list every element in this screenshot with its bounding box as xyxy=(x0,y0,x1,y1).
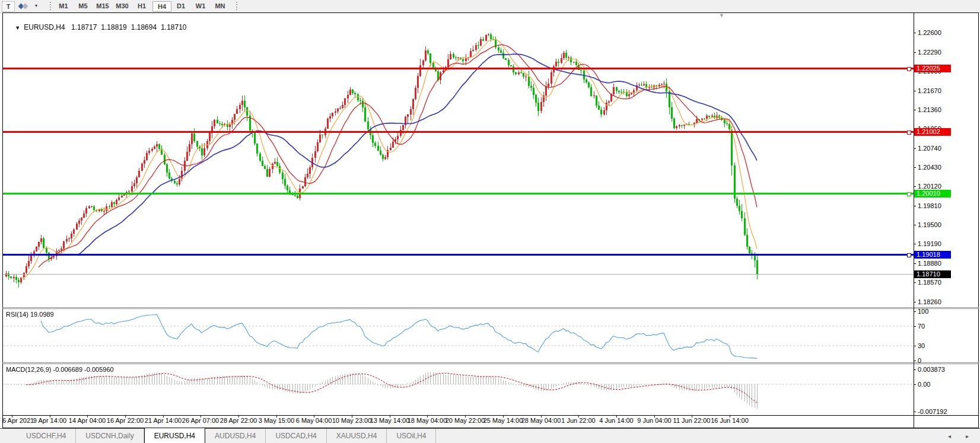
toolbar-grip[interactable] xyxy=(50,2,52,10)
time-axis-label: 21 Apr 14:00 xyxy=(145,417,182,424)
time-axis-label: 6 May 04:00 xyxy=(296,417,332,424)
level-price-label: 1.21002 xyxy=(914,128,951,136)
panel-splitter[interactable] xyxy=(2,362,979,363)
mt4-terminal: T ▾ M1M5M15M30H1H4D1W1MN ▼EURUSD,H4 1.18… xyxy=(0,0,980,443)
time-axis-label: 26 Apr 07:00 xyxy=(182,417,219,424)
price-tick xyxy=(914,282,916,283)
level-price-label: 1.22025 xyxy=(914,65,951,72)
rsi-tick xyxy=(914,361,916,361)
rsi-tick-label: 0 xyxy=(918,357,921,365)
price-tick xyxy=(914,186,916,187)
price-tick-label: 1.22600 xyxy=(918,29,941,37)
level-price-label: 1.19018 xyxy=(914,251,951,259)
toolbar: T ▾ M1M5M15M30H1H4D1W1MN xyxy=(0,0,980,13)
symbol-tab-eurusd[interactable]: EURUSD,H4 xyxy=(144,428,205,443)
timeframe-button-h4[interactable]: H4 xyxy=(152,1,171,12)
price-chart-canvas[interactable] xyxy=(3,13,914,307)
price-tick-label: 1.19190 xyxy=(918,240,941,248)
rsi-tick xyxy=(914,346,916,346)
tab-scroll-left-icon[interactable]: ◂ xyxy=(948,433,951,439)
level-price-label: 1.20010 xyxy=(914,190,951,197)
text-tool-button[interactable]: T xyxy=(2,1,15,12)
high-value: 1.18819 xyxy=(101,23,126,31)
timeframe-button-h1[interactable]: H1 xyxy=(133,1,151,11)
toolbar-grip[interactable] xyxy=(236,2,238,10)
price-tick-label: 1.18570 xyxy=(918,279,941,286)
symbol-label: EURUSD,H4 xyxy=(24,23,65,31)
symbol-tab-usdchf[interactable]: USDCHF,H4 xyxy=(17,429,76,443)
time-axis-label: 28 Apr 22:00 xyxy=(220,417,257,424)
price-tick-label: 1.20740 xyxy=(918,145,941,152)
horizontal-level-line[interactable] xyxy=(3,131,914,133)
rsi-tick-label: 100 xyxy=(918,308,928,315)
price-tick-label: 1.18880 xyxy=(918,260,941,267)
macd-tick xyxy=(914,384,916,385)
chevron-down-icon[interactable]: ▾ xyxy=(33,1,40,11)
price-tick xyxy=(914,33,916,33)
price-tick xyxy=(914,91,916,91)
panel-splitter[interactable] xyxy=(2,307,979,308)
macd-label: MACD(12,26,9) -0.006689 -0.005960 xyxy=(6,366,114,373)
time-axis-label: 20 May 22:00 xyxy=(446,417,485,424)
rsi-panel-canvas[interactable] xyxy=(3,309,914,362)
time-axis-label: 9 Apr 14:00 xyxy=(33,417,66,424)
price-tick-label: 1.22290 xyxy=(918,49,941,56)
time-axis-label: 25 May 14:00 xyxy=(483,417,523,424)
timeframe-button-w1[interactable]: W1 xyxy=(192,1,209,11)
time-axis-line xyxy=(2,415,979,416)
timeframe-button-m1[interactable]: M1 xyxy=(55,1,72,11)
price-tick xyxy=(914,302,916,302)
time-axis-label: 16 Apr 22:00 xyxy=(107,417,144,424)
symbol-tab-usdcnh[interactable]: USDCNH,Daily xyxy=(76,429,144,443)
rsi-tick xyxy=(914,311,916,312)
current-price-line xyxy=(3,274,914,275)
rsi-tick-label: 70 xyxy=(918,323,925,330)
timeframe-button-m5[interactable]: M5 xyxy=(74,1,92,11)
diamond-icon xyxy=(23,4,28,9)
time-axis-label: 9 Jun 04:00 xyxy=(637,417,672,424)
time-axis-label: 28 May 04:00 xyxy=(521,417,561,424)
price-tick xyxy=(914,263,916,264)
timeframe-button-mn[interactable]: MN xyxy=(211,1,229,11)
line-anchor-handle[interactable] xyxy=(907,67,911,71)
low-value: 1.18694 xyxy=(131,23,157,31)
line-anchor-handle[interactable] xyxy=(907,253,911,257)
panel-splitter[interactable] xyxy=(2,308,979,309)
rsi-label: RSI(14) 19.0989 xyxy=(6,311,54,318)
price-tick xyxy=(914,52,916,53)
symbol-tab-usoil[interactable]: USOil,H4 xyxy=(387,429,436,443)
horizontal-level-line[interactable] xyxy=(3,193,914,195)
panel-splitter[interactable] xyxy=(2,364,979,364)
rsi-tick-label: 30 xyxy=(918,342,925,350)
horizontal-level-line[interactable] xyxy=(3,254,914,256)
line-anchor-handle[interactable] xyxy=(907,192,911,196)
time-axis-label: 11 Jun 22:00 xyxy=(673,417,711,424)
price-tick xyxy=(914,225,916,225)
rsi-value: 19.0989 xyxy=(30,311,54,318)
price-tick-label: 1.19500 xyxy=(918,221,941,229)
close-value: 1.18710 xyxy=(161,23,186,31)
time-axis-label: 3 May 15:00 xyxy=(259,417,295,424)
horizontal-level-line[interactable] xyxy=(3,68,914,69)
macd-panel-canvas[interactable] xyxy=(3,364,914,415)
macd-tick xyxy=(914,369,916,370)
price-tick-label: 1.18260 xyxy=(918,298,941,306)
chart-shift-marker-icon[interactable]: ▼ xyxy=(719,12,724,18)
symbol-tab-xauusd[interactable]: XAUUSD,H4 xyxy=(327,429,387,443)
price-tick xyxy=(914,110,916,110)
time-axis-label: 4 Jun 14:00 xyxy=(599,417,634,424)
price-tick-label: 1.19810 xyxy=(918,202,941,210)
timeframe-button-d1[interactable]: D1 xyxy=(172,1,190,11)
open-value: 1.18717 xyxy=(71,23,97,31)
macd-values: -0.006689 -0.005960 xyxy=(53,366,113,373)
macd-tick-label: 0.00 xyxy=(918,381,930,388)
tab-scroll-right-icon[interactable]: ▸ xyxy=(966,433,969,439)
timeframe-button-m15[interactable]: M15 xyxy=(94,1,112,11)
price-tick-label: 1.20430 xyxy=(918,164,941,171)
timeframe-button-m30[interactable]: M30 xyxy=(113,1,131,11)
price-tick xyxy=(914,206,916,206)
symbol-tab-usdcad[interactable]: USDCAD,H4 xyxy=(266,429,326,443)
objects-icon[interactable] xyxy=(17,1,31,11)
symbol-tab-audusd[interactable]: AUDUSD,H4 xyxy=(205,429,266,443)
line-anchor-handle[interactable] xyxy=(907,130,911,135)
